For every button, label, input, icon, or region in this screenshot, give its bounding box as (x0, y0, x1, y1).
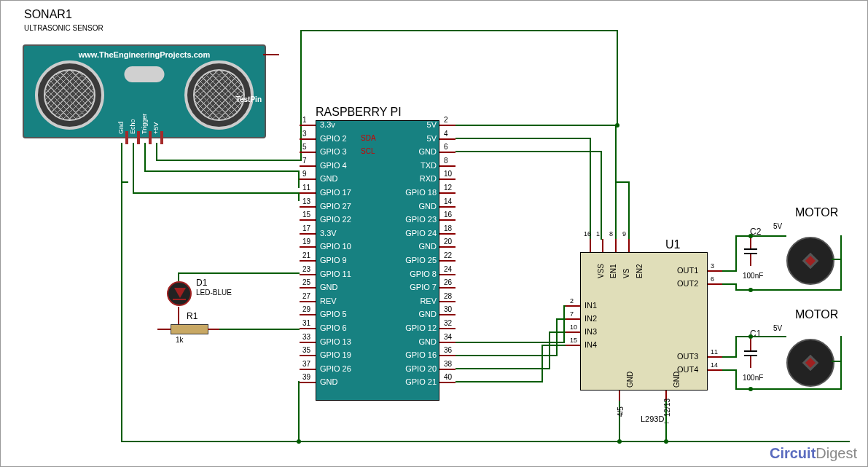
rpi-left-pin-num: 35 (302, 346, 310, 354)
rpi-left-pin-num: 25 (302, 278, 310, 286)
rpi-left-pin-name: GPIO 27 (320, 202, 351, 211)
rpi-left-pin-num: 39 (302, 373, 310, 381)
sonar-crystal (125, 66, 165, 82)
rpi-right-pin-name: GPIO 12 (396, 323, 437, 332)
rpi-left-pin-name: 3.3v (320, 120, 335, 129)
r1-val: 1k (176, 336, 184, 344)
rpi-right-pin-num: 6 (444, 143, 448, 151)
rpi-right-pin-name: TXD (396, 161, 437, 170)
rpi-right-pin-num: 40 (444, 373, 452, 381)
rpi-left-pin-name: GPIO 6 (320, 323, 347, 332)
footer-brand-1: Circuit (770, 445, 816, 461)
rpi-left-pin-name: REV (320, 297, 337, 305)
rpi-right-pin-num: 28 (444, 292, 452, 300)
rpi-left-pin-alt: SCL (361, 147, 375, 155)
rpi-left-pin-num: 33 (302, 333, 310, 341)
w-led-to-gnd25 (178, 272, 300, 274)
schematic-canvas: SONAR1 ULTRASONIC SENSOR www.TheEngineer… (0, 0, 868, 467)
rpi-right-pin-num: 30 (444, 305, 452, 313)
rpi-right-pin-num: 2 (444, 116, 448, 124)
rpi-left-pin-name: GPIO 9 (320, 256, 347, 264)
rpi-right-pin-num: 4 (444, 130, 448, 138)
rpi-right-pin-num: 8 (444, 157, 448, 165)
motor-2 (786, 339, 834, 387)
w-m1-up (735, 235, 737, 270)
rpi-right-pin-name: GND (396, 337, 437, 346)
rpi-left-pin-name: GND (320, 283, 337, 291)
rpi-right-pin-name: GPIO 16 (396, 350, 437, 359)
w-m2-r-stub (832, 361, 842, 362)
rpi-right-pin-num: 22 (444, 251, 452, 259)
rpi-left-pin-name: GND (320, 174, 337, 183)
w-5v-drop (617, 30, 618, 125)
w-gnd-down (121, 181, 122, 442)
rpi-right-pin-num: 12 (444, 184, 452, 192)
rpi-left-pin-name: GPIO 17 (320, 188, 351, 197)
jm2b (748, 387, 753, 391)
rpi-left-pin-name: GPIO 2 (320, 134, 347, 143)
w-top-a-d (590, 138, 591, 240)
rpi-right-pin-num: 20 (444, 238, 452, 246)
jm1b (748, 288, 753, 292)
led-d1 (167, 281, 192, 306)
rpi-left-pin-num: 27 (302, 292, 310, 300)
rpi-left-pin-num: 15 (302, 211, 310, 219)
w-in4h (541, 345, 566, 346)
rpi-left-pin-num: 5 (302, 143, 307, 151)
rpi-right-pin-name: GPIO 21 (396, 377, 437, 386)
w-in-bus2v (556, 318, 558, 356)
r1-ref: R1 (187, 311, 198, 321)
rpi-right-pin-name: GPIO 20 (396, 364, 437, 373)
w-m1-right (840, 235, 842, 291)
rpi-right-pin-name: 5V (396, 120, 437, 129)
rpi-title: RASPBERRY PI (316, 106, 402, 119)
rpi-right-pin-name: GND (396, 202, 437, 211)
motor-volt-1: 5V (773, 222, 782, 230)
rpi-left-pin-num: 23 (302, 265, 310, 273)
rpi-left-pin-name: GND (320, 377, 337, 386)
rpi-right-pin-name: GND (396, 242, 437, 251)
transducer-left (35, 60, 104, 130)
w-m1-top (735, 235, 786, 237)
rpi-left-pin-num: 3 (302, 130, 307, 138)
rpi-left-pin-num: 9 (302, 170, 307, 178)
w-top-b-d (601, 151, 602, 240)
w-5v-top2 (300, 30, 617, 31)
w-top-a (455, 138, 591, 139)
jg3 (297, 439, 301, 444)
rpi-left-pin-num: 29 (302, 305, 310, 313)
c1-val: 100nF (743, 374, 763, 382)
footer-brand-2: Digest (816, 445, 857, 461)
rpi-left-pin-name: GPIO 5 (320, 310, 347, 318)
rpi-left-pin-num: 13 (302, 197, 310, 205)
rpi-left-pin-num: 31 (302, 319, 310, 327)
rpi-right-pin-name: GPIO 7 (396, 283, 437, 291)
w-5v-top1 (156, 160, 302, 161)
rpi-right-pin-name: REV (396, 297, 437, 305)
sonar-module: www.TheEngineeringProjects.com TestPin G… (23, 44, 266, 138)
rpi-right-pin-num: 32 (444, 319, 452, 327)
w-sonar-5v (156, 143, 157, 161)
w-sonar-echo (133, 143, 134, 194)
rpi-right-pin-name: GPIO 23 (396, 215, 437, 224)
rpi-right-pin-name: GND (396, 310, 437, 318)
rpi-left-pin-name: 3.3V (320, 229, 337, 238)
rpi-right-pin-name: GPIO 18 (396, 188, 437, 197)
motor-1 (786, 237, 834, 285)
jm2a (748, 334, 753, 339)
sonar-subtitle: ULTRASONIC SENSOR (24, 24, 103, 32)
rpi-right-pin-name: 5V (396, 134, 437, 143)
rpi-left-pin-name: GPIO 13 (320, 337, 351, 346)
w-top-b (455, 151, 602, 152)
w-in-bus3 (455, 368, 550, 369)
rpi-left-pin-name: GPIO 22 (320, 215, 351, 224)
led-name: LED-BLUE (196, 289, 232, 297)
jg1 (617, 439, 622, 444)
rpi-left-pin-alt: SDA (361, 134, 376, 142)
w-in-bus4v (541, 345, 543, 382)
rpi-right-pin-num: 18 (444, 224, 452, 232)
rpi-right-pin-num: 16 (444, 211, 452, 219)
rpi-left-pin-num: 7 (302, 157, 307, 165)
w-sonar-gnd (121, 143, 122, 183)
sonar-pin-labels: Gnd Echo Trigger +5V (112, 86, 177, 137)
